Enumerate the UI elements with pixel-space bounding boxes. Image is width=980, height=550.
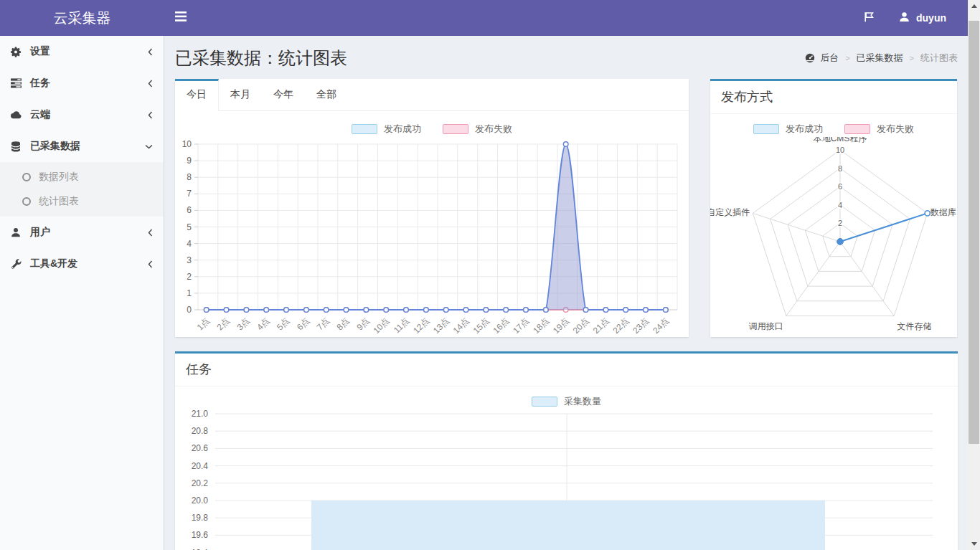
chevron-left-icon (148, 260, 153, 268)
svg-text:2: 2 (838, 219, 842, 227)
breadcrumb-link-backend[interactable]: 后台 (820, 52, 839, 65)
scrollbar-thumb[interactable] (969, 21, 979, 444)
sidebar-item-label: 已采集数据 (30, 140, 145, 153)
scrollbar-up-arrow[interactable] (968, 0, 980, 12)
svg-text:3: 3 (187, 255, 192, 265)
sidebar-subitem-statistics-chart[interactable]: 统计图表 (0, 189, 164, 214)
main-content: 已采集数据：统计图表 后台 > 已采集数据 > 统计图表 今日 本月 今年 全部 (165, 36, 968, 550)
svg-text:14点: 14点 (451, 316, 471, 335)
svg-text:19.8: 19.8 (192, 513, 209, 523)
svg-text:4: 4 (838, 201, 842, 209)
svg-text:1点: 1点 (195, 316, 212, 332)
tab-this-year[interactable]: 今年 (262, 79, 305, 110)
svg-text:4: 4 (187, 239, 192, 249)
line-chart-legend: 发布成功 发布失败 (175, 123, 689, 136)
svg-text:0: 0 (187, 305, 192, 315)
legend-swatch-success (753, 124, 779, 134)
legend-swatch-fail (443, 124, 468, 134)
sidebar-item-tasks[interactable]: 任务 (0, 67, 164, 99)
bar-chart-legend: 采集数量 (175, 395, 958, 408)
chevron-left-icon (148, 48, 153, 56)
tasks-bar-chart: 21.020.820.620.420.220.019.819.619.4 (175, 409, 957, 550)
svg-text:20.6: 20.6 (192, 443, 209, 453)
svg-text:调用接口: 调用接口 (748, 321, 783, 331)
database-icon (11, 141, 30, 152)
svg-text:13点: 13点 (431, 316, 451, 335)
svg-text:20点: 20点 (571, 316, 591, 335)
scrollbar-down-arrow[interactable] (968, 538, 980, 550)
charts-row: 今日 本月 今年 全部 发布成功 发布失败 0123456789101点2点3点… (175, 79, 958, 337)
svg-text:6: 6 (838, 182, 842, 191)
legend-swatch-collect-count (532, 397, 557, 407)
sidebar-item-label: 任务 (30, 77, 148, 90)
svg-text:11点: 11点 (392, 316, 411, 335)
legend-label: 发布失败 (877, 123, 914, 136)
sidebar-item-label: 设置 (30, 45, 148, 58)
flag-menu-button[interactable] (864, 11, 875, 25)
svg-text:7: 7 (187, 189, 192, 199)
tab-this-month[interactable]: 本月 (219, 79, 262, 110)
breadcrumb-current: 统计图表 (920, 52, 958, 65)
svg-text:5: 5 (187, 222, 192, 232)
navbar-right: duyun (864, 0, 968, 36)
svg-text:17点: 17点 (511, 316, 531, 335)
sidebar: 设置 任务 云端 已采集数据 数据列表 统计图表 (0, 36, 164, 550)
tab-all[interactable]: 全部 (305, 79, 348, 110)
chevron-left-icon (148, 111, 153, 119)
tab-today[interactable]: 今日 (175, 79, 219, 111)
top-navbar: 云采集器 duyun (0, 0, 968, 36)
breadcrumb-link-collected-data[interactable]: 已采集数据 (857, 52, 903, 65)
chevron-left-icon (148, 229, 153, 237)
app-brand-label: 云采集器 (54, 9, 111, 28)
user-avatar-icon (899, 11, 910, 24)
sidebar-item-tools-dev[interactable]: 工具&开发 (0, 248, 164, 280)
svg-text:8点: 8点 (335, 316, 352, 332)
page-scrollbar[interactable] (968, 0, 980, 550)
sidebar-item-users[interactable]: 用户 (0, 217, 164, 248)
svg-text:21点: 21点 (591, 316, 611, 335)
svg-text:1: 1 (187, 288, 192, 298)
svg-text:20.4: 20.4 (192, 461, 209, 471)
sidebar-item-collected-data[interactable]: 已采集数据 (0, 131, 164, 162)
sidebar-item-cloud[interactable]: 云端 (0, 99, 164, 131)
username-label: duyun (916, 12, 946, 24)
breadcrumb-separator: > (910, 54, 914, 62)
legend-label: 发布成功 (786, 123, 823, 136)
wrench-icon (11, 259, 30, 270)
sidebar-toggle-button[interactable] (164, 0, 197, 36)
svg-text:8: 8 (838, 164, 842, 173)
legend-label: 发布成功 (384, 123, 421, 136)
legend-item-publish-fail[interactable]: 发布失败 (443, 123, 512, 136)
legend-label: 采集数量 (564, 395, 601, 408)
legend-item-publish-success[interactable]: 发布成功 (352, 123, 421, 136)
breadcrumb: 后台 > 已采集数据 > 统计图表 (805, 52, 958, 65)
svg-text:文件存储: 文件存储 (897, 321, 931, 331)
page-header: 已采集数据：统计图表 后台 > 已采集数据 > 统计图表 (175, 47, 958, 70)
tasks-panel-title: 任务 (175, 354, 958, 387)
legend-label: 发布失败 (475, 123, 512, 136)
sidebar-subitem-label: 数据列表 (39, 171, 79, 184)
user-menu-button[interactable]: duyun (899, 11, 946, 24)
user-icon (11, 227, 30, 237)
svg-text:24点: 24点 (651, 316, 671, 335)
svg-text:4点: 4点 (255, 316, 271, 332)
svg-text:19点: 19点 (551, 316, 571, 335)
legend-item-publish-fail[interactable]: 发布失败 (844, 123, 914, 136)
svg-text:23点: 23点 (631, 316, 651, 335)
triangle-down-icon (971, 542, 977, 546)
publish-method-radar-chart: 246810本地CMS程序数据库文件存储调用接口自定义插件 (710, 137, 957, 342)
svg-text:7点: 7点 (315, 316, 331, 332)
chevron-down-icon (145, 144, 153, 149)
sidebar-item-label: 用户 (30, 226, 148, 239)
svg-text:9: 9 (187, 156, 192, 166)
sidebar-item-settings[interactable]: 设置 (0, 36, 164, 67)
app-brand[interactable]: 云采集器 (0, 0, 164, 36)
svg-text:19.6: 19.6 (192, 530, 209, 540)
daily-publish-panel: 今日 本月 今年 全部 发布成功 发布失败 0123456789101点2点3点… (175, 79, 689, 337)
circle-o-icon (22, 197, 31, 206)
legend-item-publish-success[interactable]: 发布成功 (753, 123, 823, 136)
hamburger-icon (175, 11, 187, 24)
legend-item-collect-count[interactable]: 采集数量 (532, 395, 601, 408)
svg-text:20.8: 20.8 (192, 426, 209, 436)
sidebar-subitem-data-list[interactable]: 数据列表 (0, 165, 164, 189)
